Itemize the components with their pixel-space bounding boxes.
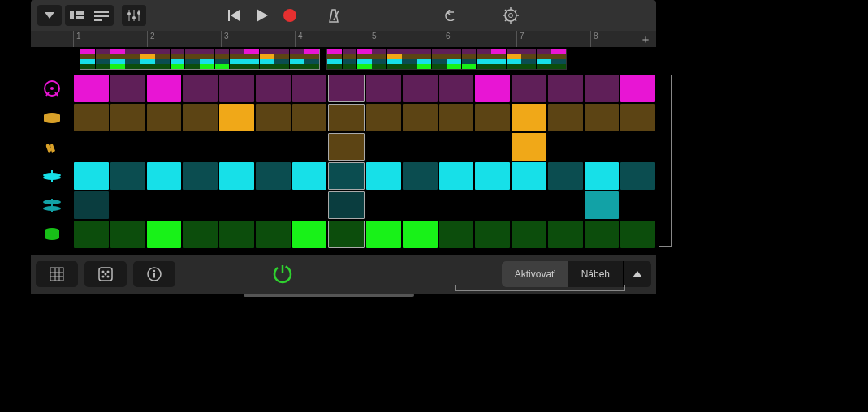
step-cell[interactable]: [403, 104, 438, 131]
step-cell[interactable]: [585, 221, 620, 248]
step-cell[interactable]: [74, 75, 109, 102]
step-cell[interactable]: [475, 221, 510, 248]
step-cell[interactable]: [147, 221, 182, 248]
step-cell[interactable]: [512, 75, 546, 102]
undo-button[interactable]: [438, 5, 463, 26]
kick-icon[interactable]: [31, 79, 73, 97]
settings-button[interactable]: [499, 5, 523, 26]
step-cell[interactable]: [74, 221, 109, 248]
step-cell[interactable]: [475, 104, 510, 131]
step-cell[interactable]: [292, 221, 327, 248]
step-cell[interactable]: [147, 75, 182, 102]
step-cell[interactable]: [292, 133, 327, 161]
step-cell[interactable]: [439, 104, 474, 131]
step-cell[interactable]: [256, 191, 291, 219]
step-cell[interactable]: [585, 191, 620, 219]
rewind-button[interactable]: [222, 5, 247, 26]
step-cell[interactable]: [110, 191, 145, 219]
step-cell[interactable]: [256, 104, 291, 131]
step-cell[interactable]: [74, 104, 109, 131]
step-cell[interactable]: [512, 191, 546, 219]
step-cell[interactable]: [439, 221, 474, 248]
step-cell[interactable]: [74, 162, 109, 190]
expand-arrow-button[interactable]: [623, 261, 651, 287]
step-cell[interactable]: [183, 133, 218, 161]
step-cell[interactable]: [147, 104, 182, 131]
step-cell[interactable]: [110, 133, 145, 161]
step-cell[interactable]: [475, 162, 510, 190]
step-cell[interactable]: [585, 162, 620, 190]
step-cell[interactable]: [292, 191, 327, 219]
step-cell[interactable]: [256, 221, 291, 248]
step-cell[interactable]: [328, 162, 365, 190]
step-cell[interactable]: [620, 191, 655, 219]
step-cell[interactable]: [328, 104, 365, 131]
tom-icon[interactable]: [31, 227, 73, 242]
step-cell[interactable]: [366, 191, 401, 219]
mixer-button[interactable]: [122, 5, 146, 26]
step-cell[interactable]: [292, 104, 327, 131]
step-cell[interactable]: [548, 162, 583, 190]
step-cell[interactable]: [328, 221, 365, 248]
record-button[interactable]: [278, 5, 302, 26]
step-cell[interactable]: [74, 133, 109, 161]
step-cell[interactable]: [512, 162, 546, 190]
step-cell[interactable]: [147, 162, 182, 190]
step-cell[interactable]: [548, 221, 583, 248]
step-cell[interactable]: [219, 75, 254, 102]
snare-icon[interactable]: [31, 111, 73, 124]
step-cell[interactable]: [620, 104, 655, 131]
step-cell[interactable]: [183, 162, 218, 190]
step-cell[interactable]: [366, 75, 401, 102]
step-cell[interactable]: [147, 191, 182, 219]
step-cell[interactable]: [366, 221, 401, 248]
step-cell[interactable]: [183, 104, 218, 131]
step-cell[interactable]: [403, 133, 438, 161]
step-cell[interactable]: [620, 221, 655, 248]
step-cell[interactable]: [147, 133, 182, 161]
step-cell[interactable]: [366, 133, 401, 161]
step-cell[interactable]: [328, 191, 365, 219]
step-cell[interactable]: [403, 221, 438, 248]
step-cell[interactable]: [620, 133, 655, 161]
step-cell[interactable]: [292, 162, 327, 190]
step-cell[interactable]: [110, 221, 145, 248]
grid-mode-button[interactable]: [36, 261, 78, 287]
view-tracks-button[interactable]: [65, 5, 89, 26]
step-cell[interactable]: [219, 162, 254, 190]
step-cell[interactable]: [585, 75, 620, 102]
metronome-button[interactable]: [322, 5, 346, 26]
step-cell[interactable]: [475, 75, 510, 102]
hihat-closed-icon[interactable]: [31, 170, 73, 182]
step-cell[interactable]: [219, 133, 254, 161]
clap-icon[interactable]: [31, 139, 73, 155]
step-cell[interactable]: [620, 162, 655, 190]
add-section-icon[interactable]: ＋: [640, 32, 651, 47]
step-cell[interactable]: [512, 104, 546, 131]
step-cell[interactable]: [403, 75, 438, 102]
power-button[interactable]: [271, 263, 294, 285]
step-cell[interactable]: [548, 104, 583, 131]
step-cell[interactable]: [366, 162, 401, 190]
fill-button[interactable]: Nábeh: [568, 261, 623, 287]
step-cell[interactable]: [585, 133, 620, 161]
step-cell[interactable]: [219, 104, 254, 131]
step-cell[interactable]: [548, 133, 583, 161]
step-cell[interactable]: [512, 221, 546, 248]
arrangement-overview[interactable]: [80, 49, 567, 70]
step-cell[interactable]: [219, 191, 254, 219]
step-cell[interactable]: [219, 221, 254, 248]
step-cell[interactable]: [328, 133, 365, 161]
step-cell[interactable]: [439, 162, 474, 190]
play-button[interactable]: [250, 5, 274, 26]
step-cell[interactable]: [585, 104, 620, 131]
step-cell[interactable]: [548, 191, 583, 219]
step-cell[interactable]: [256, 75, 291, 102]
view-regions-button[interactable]: [89, 5, 114, 26]
step-cell[interactable]: [548, 75, 583, 102]
step-cell[interactable]: [292, 75, 327, 102]
timeline-ruler[interactable]: 12345678 ＋: [31, 31, 656, 47]
step-cell[interactable]: [74, 191, 109, 219]
step-cell[interactable]: [183, 75, 218, 102]
step-cell[interactable]: [475, 133, 510, 161]
